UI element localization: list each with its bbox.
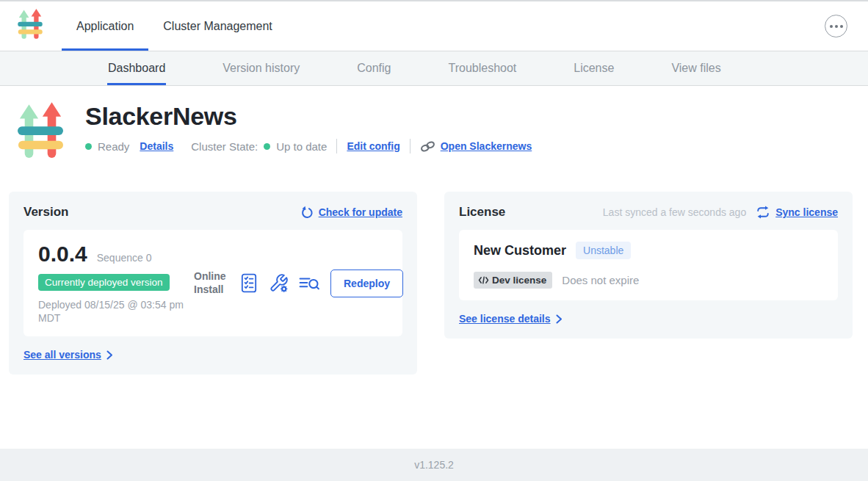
hash-arrows-logo-icon — [18, 9, 43, 44]
code-icon — [478, 276, 489, 284]
tab-license[interactable]: License — [573, 51, 615, 85]
license-type-badge: Dev license — [474, 272, 552, 289]
check-for-update-link[interactable]: Check for update — [300, 206, 402, 220]
current-version-panel: 0.0.4 Sequence 0 Currently deployed vers… — [23, 230, 402, 336]
console-footer: v1.125.2 — [0, 449, 868, 481]
checklist-icon — [239, 273, 258, 293]
customer-name: New Customer — [474, 243, 566, 258]
app-status-text: Ready — [98, 140, 129, 153]
version-sequence: Sequence 0 — [97, 252, 152, 264]
cluster-state-dot — [264, 143, 270, 150]
tab-application[interactable]: Application — [62, 1, 148, 51]
see-license-details-label: See license details — [459, 313, 551, 325]
open-app-link-label: Open Slackernews — [441, 140, 532, 152]
brand-logo[interactable] — [18, 1, 43, 51]
file-search-icon — [299, 275, 320, 292]
redeploy-button[interactable]: Redeploy — [330, 270, 403, 297]
app-status-row: Ready Details Cluster State: Up to date … — [85, 139, 532, 153]
install-type-label: Online Install — [194, 270, 229, 296]
tab-view-files[interactable]: View files — [670, 51, 721, 85]
open-app-link[interactable]: Open Slackernews — [420, 140, 532, 153]
license-card-header: License Last synced a few seconds ago — [459, 205, 838, 220]
sync-arrows-icon — [756, 206, 770, 219]
version-info: 0.0.4 Sequence 0 Currently deployed vers… — [38, 242, 194, 325]
see-all-versions-link[interactable]: See all versions — [23, 349, 113, 361]
version-actions: Online Install — [194, 270, 405, 297]
version-card-title: Version — [23, 205, 68, 220]
top-nav-tabs: Application Cluster Management — [62, 1, 287, 51]
license-expiry-text: Does not expire — [562, 274, 639, 286]
edit-config-link[interactable]: Edit config — [347, 140, 399, 152]
chevron-right-icon — [556, 314, 563, 324]
channel-badge: Unstable — [576, 242, 631, 259]
check-for-update-label: Check for update — [319, 206, 402, 218]
refresh-icon — [300, 206, 314, 220]
chain-link-icon — [420, 140, 435, 153]
app-hero: SlackerNews Ready Details Cluster State:… — [0, 86, 868, 165]
divider — [336, 139, 337, 153]
version-card: Version Check for update — [9, 192, 417, 375]
deployed-timestamp: Deployed 08/15/25 @ 03:54 pm MDT — [38, 298, 194, 325]
cluster-state-value: Up to date — [276, 140, 327, 153]
deploy-logs-button[interactable] — [299, 275, 320, 292]
license-type-label: Dev license — [492, 275, 546, 286]
sync-license-label: Sync license — [775, 206, 838, 218]
license-card-footer: See license details — [459, 312, 838, 325]
console-version: v1.125.2 — [414, 459, 454, 471]
license-card-title: License — [459, 205, 505, 220]
cluster-state-label: Cluster State: — [191, 140, 258, 153]
dashboard-cards: Version Check for update — [0, 165, 868, 375]
license-card: License Last synced a few seconds ago — [444, 192, 853, 339]
version-card-header: Version Check for update — [23, 205, 402, 220]
preflight-checks-button[interactable] — [239, 273, 258, 293]
tab-dashboard[interactable]: Dashboard — [107, 51, 166, 85]
chevron-right-icon — [106, 350, 113, 360]
tab-troubleshoot[interactable]: Troubleshoot — [447, 51, 517, 85]
last-synced-text: Last synced a few seconds ago — [603, 206, 746, 218]
app-sub-navbar: Dashboard Version history Config Trouble… — [0, 51, 868, 86]
see-all-versions-label: See all versions — [23, 349, 101, 361]
license-details-panel: New Customer Unstable Dev license — [459, 230, 838, 300]
app-hero-text: SlackerNews Ready Details Cluster State:… — [85, 101, 532, 165]
divider — [410, 139, 411, 153]
app-status-dot — [85, 143, 92, 150]
tab-config[interactable]: Config — [356, 51, 391, 85]
overflow-menu-button[interactable] — [825, 15, 847, 37]
sync-license-link[interactable]: Sync license — [756, 206, 838, 219]
app-logo-icon — [18, 102, 63, 165]
ellipsis-icon — [830, 25, 833, 28]
status-details-link[interactable]: Details — [140, 140, 173, 152]
version-number: 0.0.4 — [38, 242, 87, 267]
see-license-details-link[interactable]: See license details — [459, 313, 563, 325]
tab-version-history[interactable]: Version history — [222, 51, 300, 85]
page-title: SlackerNews — [85, 102, 532, 131]
view-config-button[interactable] — [269, 273, 289, 293]
deployed-status-badge: Currently deployed version — [38, 274, 170, 291]
tab-cluster-management[interactable]: Cluster Management — [148, 1, 287, 51]
dashboard-page: SlackerNews Ready Details Cluster State:… — [0, 86, 868, 449]
wrench-gear-icon — [269, 273, 289, 293]
version-card-footer: See all versions — [23, 348, 402, 361]
top-navbar: Application Cluster Management — [0, 1, 868, 51]
